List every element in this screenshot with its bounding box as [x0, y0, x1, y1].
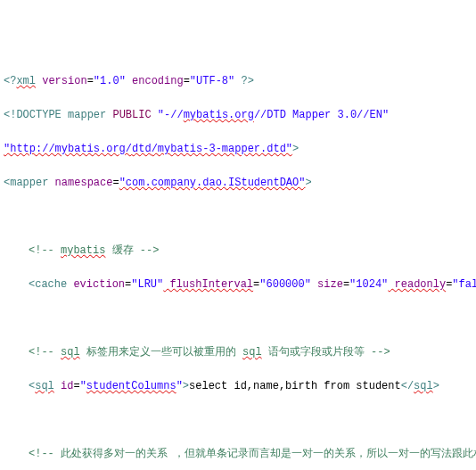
attr-err: flushInterval [163, 278, 253, 291]
dt-open: <! [4, 109, 16, 121]
str: "-// [152, 109, 184, 121]
attr: namespace [48, 177, 112, 189]
str: "false" [452, 278, 476, 291]
gt: > [183, 380, 189, 392]
eq: = [87, 75, 94, 87]
attr-err: readonly [388, 278, 446, 291]
gt: > [433, 380, 439, 392]
cmt-text: 缓存 --> [105, 244, 159, 257]
q: " [80, 380, 86, 392]
attr: size [311, 278, 343, 291]
str: "UTF-8" [190, 75, 234, 87]
code-line: <!DOCTYPE mapper PUBLIC "-//mybatis.org/… [4, 107, 472, 124]
eq: = [184, 75, 190, 87]
q: " [176, 380, 183, 392]
pi-close: ?> [234, 75, 254, 87]
str: "1.0" [94, 75, 126, 87]
tag-sql: sql [414, 380, 433, 392]
lt: </ [401, 380, 414, 392]
code-line: <!-- sql 标签用来定义一些可以被重用的 sql 语句或字段或片段等 --… [4, 344, 472, 361]
attr: id [54, 380, 74, 392]
eq: = [112, 177, 119, 189]
str: "com.company.dao.IStudentDAO" [119, 177, 306, 189]
code-line: <!-- mybatis 缓存 --> [4, 243, 472, 260]
cmt-open: <!-- [29, 244, 61, 257]
code-line: <sql id="studentColumns">select id,name,… [4, 378, 472, 395]
gt: > [305, 177, 311, 189]
str: "LRU" [131, 278, 163, 291]
tag-sql: sql [35, 380, 54, 392]
str: //DTD Mapper 3.0//EN" [254, 109, 389, 121]
cmt-text: <!-- 此处获得多对一的关系 ，但就单条记录而言却是一对一的关系，所以一对一的… [29, 448, 476, 460]
str-url: "http://mybatis.org/ [4, 143, 132, 155]
doctype: DOCTYPE [16, 109, 61, 121]
cmt-text: 语句或字段或片段等 --> [262, 346, 390, 359]
str-err: studentColumns [86, 380, 176, 392]
kw-public: PUBLIC [112, 109, 151, 121]
str-err: mybatis.org [184, 109, 254, 121]
blank-line [4, 412, 472, 429]
str-tail: /mybatis-3-mapper.dtd" [152, 143, 292, 155]
str-dtd: dtd [132, 143, 152, 155]
cmt-text: 标签用来定义一些可以被重用的 [80, 346, 242, 359]
pi-name: xml [16, 75, 36, 87]
cmt-word: sql [61, 346, 80, 359]
tag-mapper: mapper [10, 177, 48, 189]
txt: mapper [62, 109, 113, 121]
code-line: <!-- 此处获得多对一的关系 ，但就单条记录而言却是一对一的关系，所以一对一的… [4, 446, 472, 463]
sql-text: select id,name,birth from student [189, 380, 401, 392]
pi-open: <? [4, 75, 16, 87]
code-line: <?xml version="1.0" encoding="UTF-8" ?> [4, 73, 472, 90]
gt: > [292, 143, 299, 155]
blank-line [4, 209, 472, 226]
code-line: "http://mybatis.org/dtd/mybatis-3-mapper… [4, 141, 472, 158]
cmt-word: sql [242, 346, 262, 359]
cmt-word: mybatis [61, 244, 105, 257]
blank-line [4, 310, 472, 327]
attr: version [36, 75, 87, 87]
code-line: <mapper namespace="com.company.dao.IStud… [4, 175, 472, 192]
str: "1024" [349, 278, 388, 291]
str: "600000" [259, 278, 311, 291]
attr: encoding [126, 75, 184, 87]
code-line: <cache eviction="LRU" flushInterval="600… [4, 276, 472, 293]
attr: eviction [67, 278, 125, 291]
cmt-open: <!-- [29, 346, 61, 359]
tag-cache: cache [35, 278, 67, 291]
eq: = [73, 380, 79, 392]
